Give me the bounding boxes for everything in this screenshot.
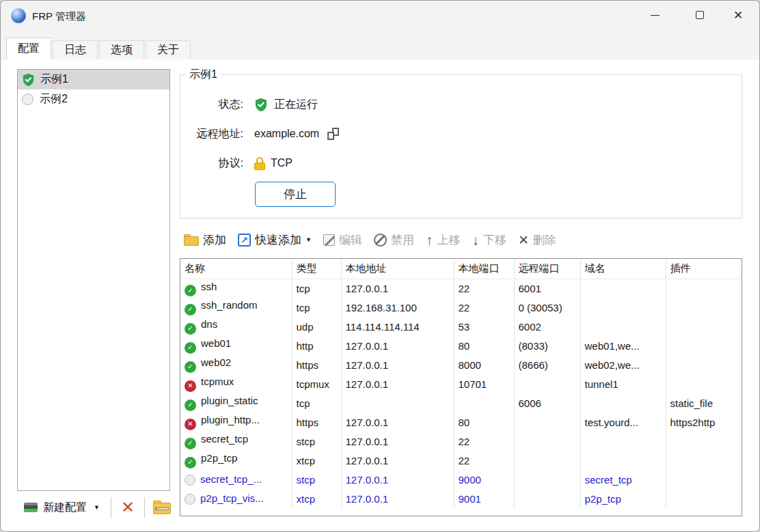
disable-label: 禁用 [391, 232, 414, 248]
name-cell: web02 [180, 355, 292, 374]
move-up-button[interactable]: ↑ 上移 [426, 232, 461, 248]
column-header-1[interactable]: 名称 [180, 259, 292, 279]
quick-add-button[interactable]: ↗ 快速添加 ▼ [238, 232, 312, 248]
cell [666, 470, 742, 489]
status-ok-icon [185, 400, 196, 411]
close-button[interactable]: ✕ [722, 1, 754, 29]
status-value: 正在运行 [274, 98, 318, 112]
proxy-name: tcpmux [201, 376, 234, 387]
cell: stcp [292, 432, 341, 451]
status-ok-icon [185, 285, 196, 296]
table-row[interactable]: p2p_tcp_vis...xtcp127.0.0.19001p2p_tcp [180, 489, 742, 508]
cell [514, 470, 580, 489]
table-row[interactable]: ssh_randomtcp192.168.31.100220 (30053) [180, 298, 742, 317]
cell [666, 317, 742, 336]
close-icon: ✕ [733, 10, 743, 21]
cell: 114.114.114.114 [341, 317, 454, 336]
table-row[interactable]: plugin_statictcp6006static_file [180, 393, 742, 412]
app-window: FRP 管理器 ✕ 配置 日志 选项 关于 示例1 示例2 [0, 0, 760, 532]
proxy-toolbar: 添加 ↗ 快速添加 ▼ 编辑 禁用 ↑ 上移 ↓ 下移 [184, 227, 556, 252]
separator [111, 497, 111, 518]
cell: stcp [292, 470, 341, 489]
lock-body [254, 163, 265, 170]
proxy-name: plugin_static [201, 395, 258, 406]
delete-config-button[interactable]: ✕ [117, 499, 139, 516]
name-cell: secret_tcp [180, 432, 292, 451]
tab-log[interactable]: 日志 [53, 40, 98, 59]
edit-button[interactable]: 编辑 [323, 232, 362, 248]
proxy-name: secret_tcp [201, 433, 248, 445]
cell [514, 374, 580, 393]
cell [514, 412, 580, 432]
new-config-button[interactable]: 新建配置 ▼ [18, 498, 105, 518]
status-ok-icon [185, 323, 196, 335]
column-header-2[interactable]: 类型 [292, 259, 341, 279]
move-down-button[interactable]: ↓ 下移 [472, 232, 506, 248]
chevron-down-icon[interactable]: ▼ [94, 505, 100, 511]
cell [580, 279, 666, 298]
cell: 127.0.0.1 [341, 432, 454, 451]
column-header-3[interactable]: 本地地址 [341, 259, 454, 279]
cell: 10701 [454, 374, 514, 393]
disable-button[interactable]: 禁用 [374, 232, 414, 248]
cell: test.yourd... [580, 412, 666, 432]
delete-button[interactable]: ✕ 删除 [518, 232, 556, 248]
table-row[interactable]: plugin_http...https127.0.0.180test.yourd… [180, 412, 742, 432]
cell: 80 [454, 336, 514, 355]
config-item-label: 示例1 [40, 72, 68, 87]
edit-label: 编辑 [339, 232, 362, 248]
title-bar: FRP 管理器 ✕ [1, 1, 759, 33]
table-row[interactable]: sshtcp127.0.0.1226001 [180, 279, 742, 298]
table-row[interactable]: tcpmuxtcpmux127.0.0.110701tunnel1 [180, 374, 742, 393]
name-cell: tcpmux [180, 374, 292, 393]
proxy-table: 名称类型本地地址本地端口远程端口域名插件 sshtcp127.0.0.12260… [180, 258, 742, 516]
cell [580, 432, 666, 451]
remote-address-value: example.com [254, 128, 319, 140]
config-list-item-stopped[interactable]: 示例2 [18, 89, 169, 109]
quick-add-arrow-icon: ↗ [238, 234, 251, 247]
minimize-button[interactable] [639, 1, 670, 29]
column-header-7[interactable]: 插件 [666, 259, 742, 279]
cell [514, 432, 580, 451]
protocol-label: 协议: [180, 156, 243, 171]
app-globe-icon [11, 8, 26, 23]
table-row[interactable]: dnsudp114.114.114.114536002 [180, 317, 742, 336]
cell: 127.0.0.1 [341, 489, 454, 508]
tab-options[interactable]: 选项 [99, 40, 144, 59]
config-list-item-running[interactable]: 示例1 [18, 70, 169, 89]
column-header-4[interactable]: 本地端口 [454, 259, 514, 279]
add-button[interactable]: 添加 [184, 232, 226, 248]
cell [580, 451, 666, 470]
tab-config[interactable]: 配置 [6, 38, 51, 59]
table-row[interactable]: p2p_tcpxtcp127.0.0.122 [180, 451, 742, 470]
table-row[interactable]: web01http127.0.0.180(8033)web01,we... [180, 336, 742, 355]
cell: 6006 [514, 393, 580, 412]
column-header-6[interactable]: 域名 [580, 259, 666, 279]
status-off-icon [185, 494, 195, 505]
shield-check-icon [22, 73, 35, 87]
cell [454, 393, 514, 412]
cell: web02,we... [580, 355, 666, 374]
proxy-name: web01 [201, 337, 231, 349]
quick-add-label: 快速添加 [255, 232, 301, 248]
stop-button[interactable]: 停止 [255, 182, 336, 207]
cell: tcp [292, 393, 341, 412]
chevron-down-icon[interactable]: ▼ [306, 237, 312, 243]
column-header-5[interactable]: 远程端口 [514, 259, 580, 279]
tab-about[interactable]: 关于 [146, 40, 191, 59]
table-row[interactable]: secret_tcp_...stcp127.0.0.19000secret_tc… [180, 470, 742, 489]
archive-folder-button[interactable] [153, 501, 171, 514]
status-ok-icon [185, 342, 196, 354]
running-shield-icon [254, 98, 268, 112]
table-row[interactable]: web02https127.0.0.18000(8666)web02,we... [180, 355, 742, 374]
proxy-name: web02 [201, 356, 231, 368]
stopped-circle-icon [22, 94, 33, 105]
cell: 127.0.0.1 [341, 412, 454, 432]
table-row[interactable]: secret_tcpstcp127.0.0.122 [180, 432, 742, 451]
maximize-button[interactable] [684, 1, 716, 29]
cell [514, 451, 580, 470]
proxy-name: dns [201, 318, 217, 330]
cell: 127.0.0.1 [341, 336, 454, 355]
copy-icon[interactable] [327, 128, 339, 140]
arrow-down-icon: ↓ [472, 233, 479, 247]
